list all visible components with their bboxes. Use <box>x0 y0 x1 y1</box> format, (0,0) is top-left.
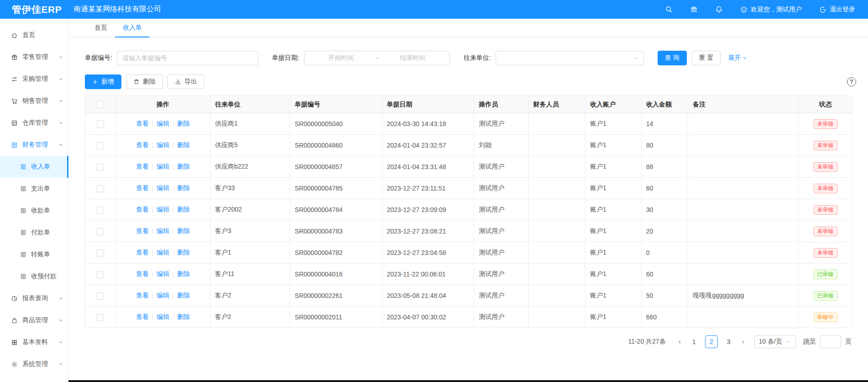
view-link[interactable]: 查看 <box>136 313 149 320</box>
column-header: 财务人员 <box>528 96 585 113</box>
delete-link[interactable]: 删除 <box>177 227 190 234</box>
edit-link[interactable]: 编辑 <box>157 227 169 234</box>
amount-cell: 50 <box>641 285 688 307</box>
user-menu[interactable]: 欢迎您，测试用户 <box>740 5 802 14</box>
sidebar-item-system[interactable]: 系统管理 <box>0 353 68 375</box>
table-row: 查看|编辑|删除客户2002SR000000047842023-12-27 23… <box>85 199 852 221</box>
page-button-1[interactable]: 1 <box>688 335 701 348</box>
edit-link[interactable]: 编辑 <box>157 313 169 320</box>
sidebar-item-payment[interactable]: 付款单 <box>0 222 68 244</box>
main-content: 首页 收入单 单据编号: 单据日期: 开始时间 ~ 结束时间 往来单位: 查 询… <box>68 0 868 382</box>
delete-link[interactable]: 删除 <box>177 313 190 320</box>
sidebar-item-retail[interactable]: 零售管理 <box>0 46 68 68</box>
link-divider: | <box>173 228 174 234</box>
edit-link[interactable]: 编辑 <box>157 141 169 149</box>
row-checkbox[interactable] <box>97 121 104 128</box>
doc-no-input[interactable] <box>117 51 258 65</box>
tab-home[interactable]: 首页 <box>87 19 115 37</box>
select-all-checkbox[interactable] <box>97 101 104 108</box>
table-row: 查看|编辑|删除供应商b222SR000000048572024-01-04 2… <box>85 156 852 178</box>
edit-link[interactable]: 编辑 <box>157 270 169 277</box>
partner-cell: 客户2002 <box>210 199 290 221</box>
date-range-picker[interactable]: 开始时间 ~ 结束时间 <box>304 51 450 65</box>
sidebar-item-sales[interactable]: 销售管理 <box>0 90 68 112</box>
view-link[interactable]: 查看 <box>136 184 149 191</box>
delete-link[interactable]: 删除 <box>177 120 190 127</box>
sidebar-item-transfer[interactable]: 转账单 <box>0 244 68 265</box>
help-icon[interactable]: ? <box>847 77 856 86</box>
row-checkbox[interactable] <box>97 164 104 171</box>
add-button[interactable]: 新增 <box>85 74 121 89</box>
sidebar-item-purchase[interactable]: 采购管理 <box>0 68 68 90</box>
tab-income[interactable]: 收入单 <box>115 19 150 37</box>
warehouse-icon <box>11 120 18 127</box>
row-checkbox[interactable] <box>97 207 104 214</box>
filter-doc-date: 单据日期: 开始时间 ~ 结束时间 <box>272 51 450 65</box>
view-link[interactable]: 查看 <box>136 141 149 149</box>
delete-button[interactable]: 删除 <box>126 74 163 89</box>
sidebar-item-receipt[interactable]: 收款单 <box>0 200 68 222</box>
edit-link[interactable]: 编辑 <box>157 249 169 256</box>
partner-select[interactable] <box>496 51 644 65</box>
edit-link[interactable]: 编辑 <box>157 292 169 299</box>
row-checkbox[interactable] <box>97 271 104 278</box>
search-button[interactable]: 查 询 <box>658 51 687 65</box>
search-icon[interactable] <box>665 5 673 13</box>
date-end-placeholder[interactable]: 结束时间 <box>382 54 444 62</box>
row-checkbox[interactable] <box>97 228 104 235</box>
view-link[interactable]: 查看 <box>136 163 149 170</box>
link-divider: | <box>173 314 174 320</box>
expand-link[interactable]: 展开 <box>728 54 748 62</box>
sidebar-item-finance[interactable]: 财务管理 <box>0 134 68 156</box>
row-checkbox[interactable] <box>97 185 104 192</box>
delete-link[interactable]: 删除 <box>177 292 190 299</box>
trash-icon <box>133 79 140 85</box>
delete-link[interactable]: 删除 <box>177 270 190 277</box>
delete-link[interactable]: 删除 <box>177 206 190 213</box>
edit-link[interactable]: 编辑 <box>157 206 169 213</box>
row-checkbox[interactable] <box>97 249 104 257</box>
view-link[interactable]: 查看 <box>136 227 149 234</box>
sidebar-item-basedata[interactable]: 基本资料 <box>0 331 68 353</box>
date-start-placeholder[interactable]: 开始时间 <box>310 54 372 62</box>
delete-link[interactable]: 删除 <box>177 163 190 170</box>
view-link[interactable]: 查看 <box>136 249 149 256</box>
row-checkbox[interactable] <box>97 142 104 149</box>
sidebar-item-reports[interactable]: 报表查询 <box>0 287 68 309</box>
operator-cell: 测试用户 <box>474 199 528 221</box>
page-size-select[interactable]: 10 条/页 <box>754 335 796 348</box>
reset-button[interactable]: 重 置 <box>692 51 721 65</box>
sidebar-item-warehouse[interactable]: 仓库管理 <box>0 112 68 134</box>
sidebar-item-goods[interactable]: 商品管理 <box>0 309 68 331</box>
next-page-button[interactable] <box>737 339 749 345</box>
logout-button[interactable]: 退出登录 <box>819 5 855 14</box>
view-link[interactable]: 查看 <box>136 120 149 127</box>
table-row: 查看|编辑|删除客户33SR000000047852023-12-27 23:1… <box>85 178 852 199</box>
jump-input[interactable] <box>820 335 841 348</box>
app-logo[interactable]: 管伊佳ERP <box>0 3 62 16</box>
export-button[interactable]: 导出 <box>167 74 204 89</box>
sidebar-item-prepay[interactable]: 收预付款 <box>0 265 68 287</box>
sidebar-item-expense[interactable]: 支出单 <box>0 178 68 200</box>
view-link[interactable]: 查看 <box>136 270 149 277</box>
edit-link[interactable]: 编辑 <box>157 120 169 127</box>
view-link[interactable]: 查看 <box>136 206 149 213</box>
row-checkbox[interactable] <box>97 292 104 300</box>
delete-link[interactable]: 删除 <box>177 141 190 149</box>
prev-page-button[interactable] <box>674 339 685 345</box>
view-link[interactable]: 查看 <box>136 292 149 299</box>
row-checkbox[interactable] <box>97 314 104 321</box>
bell-icon[interactable] <box>715 5 723 13</box>
sidebar-item-income[interactable]: 收入单 <box>0 156 68 178</box>
edit-link[interactable]: 编辑 <box>157 163 169 170</box>
delete-link[interactable]: 删除 <box>177 184 190 191</box>
sidebar-item-label: 支出单 <box>31 185 63 193</box>
bank-icon[interactable] <box>690 5 698 13</box>
edit-link[interactable]: 编辑 <box>157 184 169 191</box>
export-label: 导出 <box>184 78 197 86</box>
tab-label: 首页 <box>94 24 107 32</box>
delete-link[interactable]: 删除 <box>177 249 190 256</box>
sidebar-item-home[interactable]: 首页 <box>0 24 68 46</box>
page-button-3[interactable]: 3 <box>722 335 735 348</box>
page-button-2[interactable]: 2 <box>705 335 718 348</box>
